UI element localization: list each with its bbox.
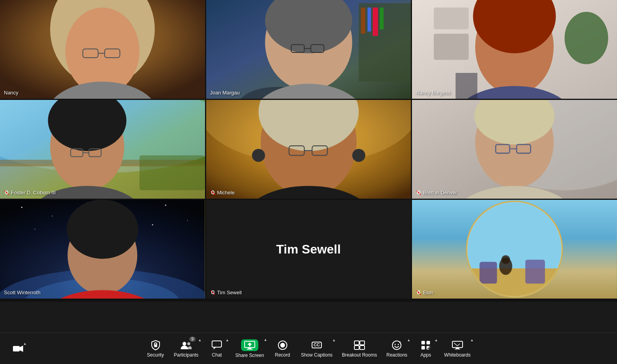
captions-chevron: ▲ — [332, 338, 336, 342]
apps-icon — [420, 340, 431, 351]
whiteboards-label: Whiteboards — [444, 352, 470, 358]
security-button[interactable]: Security — [142, 337, 169, 361]
svg-rect-114 — [421, 341, 425, 344]
svg-rect-105 — [354, 341, 359, 345]
video-cell-nancy-burgess: Nancy Burgess — [412, 0, 617, 99]
whiteboards-button[interactable]: Whiteboards ▲ — [439, 337, 475, 361]
reactions-chevron: ▲ — [407, 338, 410, 342]
video-toggle[interactable]: ▲ — [8, 340, 28, 357]
apps-chevron: ▲ — [434, 338, 438, 342]
svg-rect-97 — [212, 341, 221, 347]
show-captions-button[interactable]: CC Show Captions ▲ — [296, 337, 338, 361]
participants-chevron: ▲ — [198, 338, 201, 342]
name-label-nancy-burgess: Nancy Burgess — [416, 90, 450, 96]
svg-rect-91 — [13, 346, 20, 351]
svg-rect-124 — [455, 349, 460, 350]
video-cell-joan: Joan Margau — [206, 0, 411, 99]
svg-rect-8 — [359, 3, 411, 81]
svg-rect-11 — [372, 7, 377, 36]
svg-point-88 — [501, 255, 510, 264]
svg-point-65 — [52, 216, 53, 216]
whiteboards-chevron: ▲ — [470, 338, 474, 342]
apps-label: Apps — [420, 352, 431, 358]
svg-point-64 — [21, 207, 22, 208]
video-cell-michele: Michele — [206, 100, 411, 199]
record-label: Record — [275, 352, 290, 358]
breakout-rooms-icon — [354, 340, 365, 351]
svg-point-23 — [565, 12, 608, 64]
svg-rect-108 — [360, 346, 365, 350]
share-screen-label: Share Screen — [235, 353, 264, 358]
video-cell-scott: Scott Winterroth — [0, 200, 205, 299]
video-grid: Nancy — [0, 0, 617, 302]
svg-point-49 — [352, 149, 365, 162]
svg-rect-86 — [525, 260, 545, 284]
share-screen-button[interactable]: Share Screen ▲ — [230, 336, 269, 361]
svg-point-68 — [165, 205, 166, 206]
svg-point-71 — [152, 224, 153, 225]
chat-icon — [211, 340, 222, 351]
reactions-label: Reactions — [387, 352, 407, 358]
reactions-icon — [391, 340, 402, 351]
svg-rect-123 — [456, 348, 459, 349]
name-label-nancy: Nancy — [4, 90, 18, 96]
cc-icon: CC — [311, 340, 322, 351]
svg-rect-10 — [367, 7, 371, 31]
video-cell-brett: Brett in Denver — [412, 100, 617, 199]
show-captions-label: Show Captions — [301, 352, 333, 358]
name-label-foster: Foster D. Coburn III — [4, 190, 56, 196]
video-cell-tim: Tim Sewell Tim Sewell — [206, 200, 411, 299]
svg-point-48 — [252, 149, 265, 162]
svg-point-94 — [154, 343, 157, 345]
breakout-rooms-label: Breakout Rooms — [342, 352, 377, 358]
share-screen-icon — [241, 339, 258, 351]
tim-name-display: Tim Sewell — [276, 242, 341, 257]
participants-label: Participants — [174, 352, 199, 358]
video-cell-foster: Foster D. Coburn III — [0, 100, 205, 199]
svg-rect-21 — [434, 7, 469, 29]
svg-point-104 — [280, 343, 285, 348]
toolbar-left: ▲ — [8, 340, 28, 357]
svg-rect-120 — [452, 341, 463, 348]
svg-rect-27 — [456, 73, 478, 99]
apps-button[interactable]: Apps ▲ — [412, 337, 439, 361]
svg-rect-116 — [421, 346, 425, 350]
video-chevron: ▲ — [23, 342, 27, 346]
name-label-michele: Michele — [210, 190, 235, 196]
name-label-brett: Brett in Denver — [416, 190, 457, 196]
breakout-rooms-button[interactable]: Breakout Rooms — [337, 337, 381, 361]
security-icon — [150, 340, 161, 351]
reactions-button[interactable]: Reactions ▲ — [382, 337, 412, 361]
svg-rect-32 — [140, 156, 205, 190]
svg-rect-22 — [434, 34, 469, 60]
svg-point-70 — [34, 229, 35, 230]
name-label-elon: Elon — [416, 290, 433, 295]
name-label-scott: Scott Winterroth — [4, 290, 40, 295]
svg-rect-102 — [247, 349, 252, 350]
svg-point-96 — [187, 342, 190, 345]
video-cell-nancy: Nancy — [0, 0, 205, 99]
record-button[interactable]: Record — [269, 337, 296, 361]
svg-point-110 — [395, 344, 396, 345]
svg-rect-115 — [426, 341, 430, 344]
name-label-joan: Joan Margau — [210, 90, 240, 96]
svg-rect-106 — [360, 341, 365, 345]
svg-rect-101 — [248, 348, 251, 349]
chat-button[interactable]: Chat ▲ — [203, 337, 230, 361]
participants-button[interactable]: 9 Participants ▲ — [169, 337, 203, 361]
chat-label: Chat — [212, 352, 222, 358]
svg-rect-85 — [480, 262, 497, 284]
record-icon — [277, 340, 288, 351]
svg-line-122 — [457, 344, 460, 346]
svg-rect-107 — [354, 346, 359, 350]
svg-point-111 — [398, 344, 399, 345]
svg-marker-100 — [247, 342, 252, 346]
toolbar: ▲ Security 9 Participants ▲ — [0, 333, 617, 364]
whiteboards-icon — [452, 340, 463, 351]
svg-rect-12 — [379, 7, 383, 29]
participants-badge: 9 — [189, 337, 196, 342]
svg-rect-9 — [361, 7, 365, 34]
video-icon — [13, 343, 24, 354]
svg-point-75 — [67, 200, 138, 259]
participants-icon: 9 — [181, 340, 192, 351]
